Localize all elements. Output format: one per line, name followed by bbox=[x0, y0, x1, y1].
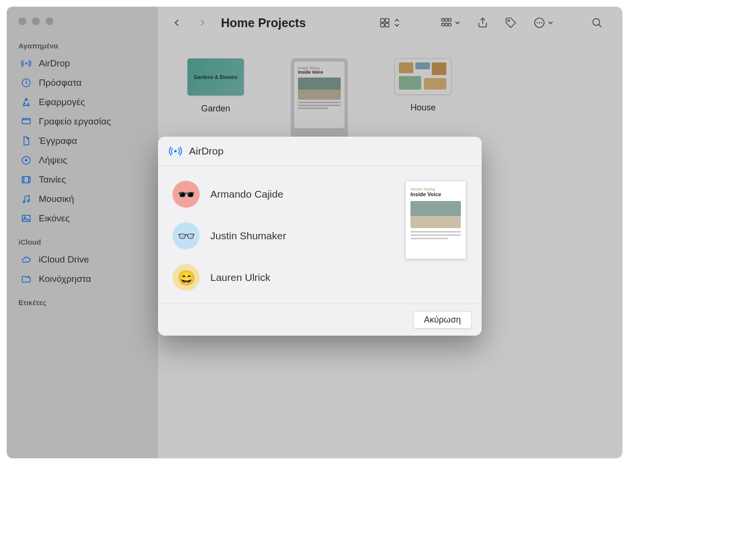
svg-rect-13 bbox=[385, 23, 389, 27]
share-preview-thumbnail: Simple Styling Inside Voice bbox=[405, 181, 466, 259]
avatar-emoji: 😄 bbox=[177, 269, 195, 286]
airdrop-person[interactable]: 😄 Lauren Ulrick bbox=[173, 264, 395, 291]
svg-rect-12 bbox=[380, 23, 384, 27]
thumbnail-heading: Inside Voice bbox=[298, 70, 341, 75]
svg-point-9 bbox=[28, 276, 30, 278]
sidebar-item-downloads[interactable]: Λήψεις bbox=[7, 151, 158, 170]
airdrop-icon bbox=[169, 144, 182, 158]
document-icon bbox=[20, 135, 32, 147]
sidebar-item-label: iCloud Drive bbox=[39, 254, 89, 265]
desktop-icon bbox=[20, 116, 32, 127]
sidebar-item-label: AirDrop bbox=[39, 58, 70, 69]
actions-button[interactable] bbox=[527, 13, 559, 33]
avatar: 😄 bbox=[173, 264, 200, 291]
svg-point-26 bbox=[174, 150, 176, 152]
file-name: House bbox=[410, 103, 436, 113]
svg-rect-11 bbox=[385, 18, 389, 22]
sidebar-item-airdrop[interactable]: AirDrop bbox=[7, 54, 158, 73]
avatar: 🕶️ bbox=[173, 181, 200, 208]
music-icon bbox=[20, 193, 32, 205]
group-by-button[interactable] bbox=[434, 13, 466, 33]
svg-point-25 bbox=[593, 18, 599, 25]
back-button[interactable] bbox=[167, 13, 187, 33]
file-item-house[interactable]: House bbox=[387, 58, 459, 113]
sidebar-item-icloud-drive[interactable]: iCloud Drive bbox=[7, 250, 158, 269]
cloud-icon bbox=[20, 254, 32, 265]
avatar: 👓 bbox=[173, 222, 200, 249]
search-button[interactable] bbox=[585, 13, 609, 33]
sidebar-item-desktop[interactable]: Γραφείο εργασίας bbox=[7, 112, 158, 131]
file-thumbnail: Gardens & Blooms bbox=[187, 58, 244, 96]
share-button[interactable] bbox=[471, 13, 494, 33]
sidebar-item-label: Μουσική bbox=[39, 194, 74, 204]
toolbar: Home Projects bbox=[158, 7, 622, 39]
svg-rect-16 bbox=[448, 18, 451, 21]
person-name: Armando Cajide bbox=[210, 188, 284, 200]
person-name: Lauren Ulrick bbox=[210, 272, 270, 283]
view-mode-button[interactable] bbox=[373, 13, 405, 33]
file-thumbnail bbox=[394, 58, 452, 95]
svg-point-6 bbox=[27, 200, 29, 202]
svg-rect-10 bbox=[380, 18, 384, 22]
svg-rect-2 bbox=[22, 119, 31, 124]
svg-point-24 bbox=[541, 22, 542, 24]
sidebar-item-label: Έγγραφα bbox=[39, 136, 77, 146]
close-window-button[interactable] bbox=[18, 17, 26, 25]
sidebar-item-label: Εικόνες bbox=[39, 213, 70, 224]
modal-title: AirDrop bbox=[189, 145, 223, 157]
airdrop-people-list: 🕶️ Armando Cajide 👓 Justin Shumaker 😄 La… bbox=[173, 176, 395, 291]
sidebar-section-tags: Ετικέτες bbox=[7, 295, 158, 310]
sidebar-item-label: Ταινίες bbox=[39, 174, 66, 185]
svg-rect-4 bbox=[22, 177, 31, 183]
sidebar-item-applications[interactable]: Εφαρμογές bbox=[7, 93, 158, 112]
clock-icon bbox=[20, 77, 32, 89]
preview-heading: Inside Voice bbox=[410, 191, 461, 197]
person-name: Justin Shumaker bbox=[210, 230, 286, 242]
file-selection-highlight: Simple Styling Inside Voice bbox=[291, 58, 348, 139]
thumbnail-text: Gardens & Blooms bbox=[194, 75, 237, 80]
folder-title: Home Projects bbox=[221, 16, 306, 30]
cancel-button[interactable]: Ακύρωση bbox=[413, 311, 472, 329]
sidebar-item-label: Πρόσφατα bbox=[39, 77, 81, 88]
avatar-emoji: 👓 bbox=[177, 228, 195, 245]
sidebar-item-music[interactable]: Μουσική bbox=[7, 189, 158, 209]
file-name: Garden bbox=[201, 104, 230, 114]
minimize-window-button[interactable] bbox=[32, 17, 40, 25]
preview-brand: Simple Styling bbox=[410, 187, 461, 191]
svg-point-20 bbox=[508, 20, 509, 21]
sidebar-item-recents[interactable]: Πρόσφατα bbox=[7, 73, 158, 93]
pictures-icon bbox=[20, 213, 32, 224]
svg-rect-14 bbox=[441, 18, 444, 21]
sidebar-item-shared[interactable]: Κοινόχρηστα bbox=[7, 269, 158, 289]
sidebar-section-icloud: iCloud bbox=[7, 235, 158, 250]
modal-header: AirDrop bbox=[158, 137, 482, 166]
apps-icon bbox=[20, 96, 32, 108]
svg-point-23 bbox=[539, 22, 540, 24]
downloads-icon bbox=[20, 155, 32, 166]
fullscreen-window-button[interactable] bbox=[46, 17, 53, 25]
svg-point-5 bbox=[23, 201, 25, 202]
modal-footer: Ακύρωση bbox=[158, 304, 482, 336]
sidebar-item-movies[interactable]: Ταινίες bbox=[7, 170, 158, 189]
sidebar-item-label: Γραφείο εργασίας bbox=[39, 116, 111, 127]
avatar-emoji: 🕶️ bbox=[177, 186, 195, 203]
svg-point-0 bbox=[25, 62, 27, 64]
airdrop-person[interactable]: 👓 Justin Shumaker bbox=[173, 222, 395, 249]
sidebar-section-favorites: Αγαπημένα bbox=[7, 39, 158, 54]
svg-rect-17 bbox=[441, 23, 444, 26]
airdrop-icon bbox=[20, 58, 32, 69]
modal-body: 🕶️ Armando Cajide 👓 Justin Shumaker 😄 La… bbox=[158, 166, 482, 304]
window-controls bbox=[7, 15, 158, 39]
tags-button[interactable] bbox=[499, 13, 522, 33]
sidebar-item-label: Εφαρμογές bbox=[39, 97, 85, 108]
airdrop-share-sheet: AirDrop 🕶️ Armando Cajide 👓 Justin Shuma… bbox=[158, 137, 482, 336]
svg-rect-15 bbox=[445, 18, 447, 21]
sidebar-item-pictures[interactable]: Εικόνες bbox=[7, 209, 158, 228]
file-item-garden[interactable]: Gardens & Blooms Garden bbox=[179, 58, 252, 114]
forward-button[interactable] bbox=[192, 13, 212, 33]
svg-rect-18 bbox=[445, 23, 447, 26]
sidebar-item-documents[interactable]: Έγγραφα bbox=[7, 131, 158, 151]
svg-point-22 bbox=[536, 22, 538, 24]
airdrop-person[interactable]: 🕶️ Armando Cajide bbox=[173, 181, 395, 208]
shared-folder-icon bbox=[20, 273, 32, 285]
